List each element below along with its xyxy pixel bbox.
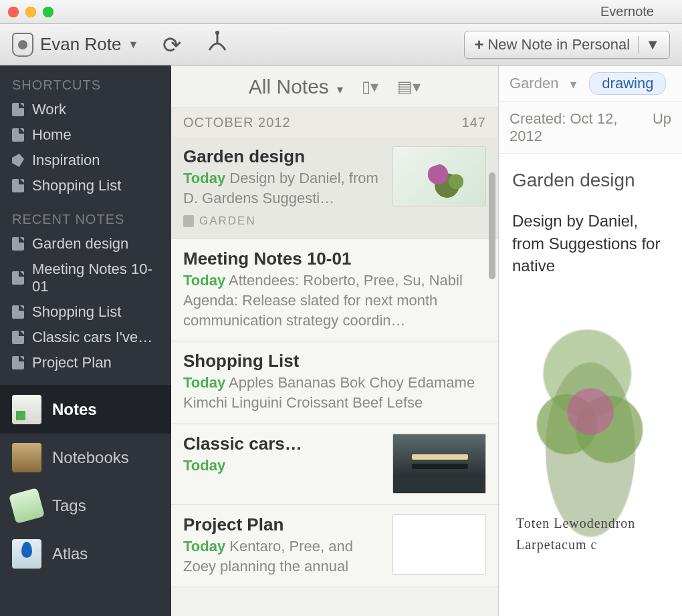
- plus-icon: +: [474, 35, 483, 54]
- month-header: OCTOBER 2012 147: [171, 108, 498, 137]
- created-date: Created: Oct 12, 2012: [509, 110, 634, 145]
- nav-atlas[interactable]: Atlas: [0, 530, 171, 578]
- note-list-item[interactable]: Meeting Notes 10-01 Today Attendees: Rob…: [171, 239, 498, 341]
- recent-note-label: Meeting Notes 10-01: [32, 261, 159, 295]
- note-detail-column: Garden ▼ drawing Created: Oct 12, 2012 U…: [499, 65, 682, 616]
- shortcut-item[interactable]: Home: [0, 122, 171, 148]
- tag-icon: [12, 154, 24, 167]
- shortcut-item[interactable]: Inspiration: [0, 148, 171, 173]
- new-note-label: New Note in Personal: [487, 36, 630, 53]
- note-icon: [12, 128, 24, 142]
- note-thumbnail: [392, 514, 486, 575]
- note-list-item[interactable]: Classic cars… Today: [171, 424, 498, 505]
- sketch-annotations: Toten Lewodendron Larpetacum c: [516, 512, 669, 555]
- app-title: Evernote: [53, 4, 674, 19]
- note-item-title: Classic cars…: [183, 434, 384, 454]
- notebook-name: Garden: [509, 75, 558, 92]
- chevron-down-icon[interactable]: ▼: [638, 36, 660, 53]
- shortcut-label: Inspiration: [32, 152, 100, 169]
- note-thumbnail: [392, 434, 486, 494]
- note-notebook-label: GARDEN: [199, 214, 256, 228]
- note-notebook-row: GARDEN: [183, 214, 384, 228]
- note-item-title: Meeting Notes 10-01: [183, 249, 486, 269]
- new-note-button[interactable]: + New Note in Personal ▼: [464, 31, 670, 59]
- note-item-title: Shopping List: [183, 351, 486, 371]
- note-thumbnail: [392, 146, 486, 206]
- account-name: Evan Rote: [40, 34, 121, 55]
- chevron-down-icon: ▼: [568, 79, 579, 90]
- chevron-down-icon: ▼: [128, 39, 138, 51]
- notebook-selector[interactable]: Garden ▼: [509, 75, 578, 92]
- updated-date: Up: [653, 110, 671, 145]
- shortcuts-header: SHORTCUTS: [0, 72, 171, 97]
- notebook-icon: [183, 215, 194, 227]
- nav-notebooks[interactable]: Notebooks: [0, 434, 171, 482]
- shortcut-label: Work: [32, 101, 66, 118]
- notebooks-icon: [12, 443, 41, 472]
- notes-list-column: All Notes ▾ ▯▾ ▤▾ OCTOBER 2012 147 Garde…: [171, 65, 499, 616]
- note-icon: [12, 179, 24, 192]
- recent-note-item[interactable]: Classic cars I've…: [0, 325, 171, 350]
- note-body[interactable]: Garden design Design by Daniel, from Sug…: [499, 154, 682, 616]
- shortcut-item[interactable]: Shopping List: [0, 173, 171, 198]
- shortcut-label: Home: [32, 126, 72, 144]
- tags-icon: [9, 488, 45, 524]
- view-mode-icon[interactable]: ▤▾: [397, 78, 421, 96]
- recent-note-item[interactable]: Garden design: [0, 231, 171, 257]
- sort-icon[interactable]: ▯▾: [362, 78, 378, 96]
- note-detail-header: Garden ▼ drawing: [499, 65, 682, 102]
- close-window-icon[interactable]: [8, 7, 19, 17]
- toolbar: Evan Rote ▼ ⟳ + New Note in Personal ▼: [0, 24, 682, 65]
- note-item-date: Today: [183, 272, 225, 289]
- recent-note-label: Project Plan: [32, 354, 112, 371]
- notes-list-header: All Notes ▾ ▯▾ ▤▾: [171, 65, 498, 108]
- scrollbar-thumb[interactable]: [489, 172, 495, 279]
- recent-note-item[interactable]: Meeting Notes 10-01: [0, 257, 171, 299]
- chevron-down-icon: ▾: [337, 83, 343, 96]
- recent-note-label: Classic cars I've…: [32, 329, 152, 346]
- note-meta: Created: Oct 12, 2012 Up: [499, 102, 682, 154]
- note-item-snippet: Attendees: Roberto, Pree, Su, Nabil Agen…: [183, 272, 463, 328]
- recent-note-item[interactable]: Project Plan: [0, 350, 171, 375]
- note-list-item[interactable]: Project Plan Today Kentaro, Pree, and Zo…: [171, 505, 498, 587]
- month-label: OCTOBER 2012: [183, 115, 291, 130]
- recent-notes-header: RECENT NOTES: [0, 206, 171, 231]
- minimize-window-icon[interactable]: [25, 7, 36, 17]
- sync-icon[interactable]: ⟳: [162, 31, 181, 58]
- zoom-window-icon[interactable]: [43, 7, 53, 17]
- nav-label: Tags: [52, 496, 86, 515]
- account-menu[interactable]: Evan Rote ▼: [12, 33, 138, 57]
- shortcut-item[interactable]: Work: [0, 97, 171, 122]
- note-icon: [12, 305, 24, 319]
- note-icon: [12, 356, 24, 369]
- notes-scope-dropdown[interactable]: All Notes ▾: [249, 75, 343, 98]
- note-item-snippet: Apples Bananas Bok Choy Edamame Kimchi L…: [183, 374, 475, 411]
- recent-note-label: Garden design: [32, 235, 128, 253]
- note-icon: [12, 237, 24, 251]
- nav-label: Notes: [52, 400, 97, 419]
- nav-tags[interactable]: Tags: [0, 482, 171, 530]
- note-item-date: Today: [183, 457, 225, 474]
- note-icon: [12, 271, 24, 285]
- activity-icon[interactable]: [205, 30, 229, 59]
- note-icon: [12, 331, 24, 344]
- note-item-date: Today: [183, 538, 225, 555]
- shortcut-label: Shopping List: [32, 177, 121, 194]
- nav-label: Atlas: [52, 545, 88, 563]
- notes-scope-label: All Notes: [249, 75, 329, 98]
- atlas-icon: [12, 539, 41, 569]
- note-content[interactable]: Design by Daniel, from Suggestions for n…: [512, 210, 669, 277]
- recent-note-item[interactable]: Shopping List: [0, 299, 171, 325]
- recent-note-label: Shopping List: [32, 303, 121, 321]
- month-count: 147: [462, 115, 486, 130]
- window-titlebar: Evernote: [0, 0, 682, 24]
- nav-notes[interactable]: Notes: [0, 386, 171, 434]
- note-list-item[interactable]: Shopping List Today Apples Bananas Bok C…: [171, 341, 498, 424]
- note-icon: [12, 103, 24, 116]
- note-title[interactable]: Garden design: [512, 170, 669, 191]
- tag-chip[interactable]: drawing: [589, 72, 666, 95]
- note-list-item[interactable]: Garden design Today Design by Daniel, fr…: [171, 137, 498, 239]
- note-item-title: Garden design: [183, 146, 384, 167]
- note-item-title: Project Plan: [183, 514, 384, 535]
- svg-point-1: [215, 31, 219, 35]
